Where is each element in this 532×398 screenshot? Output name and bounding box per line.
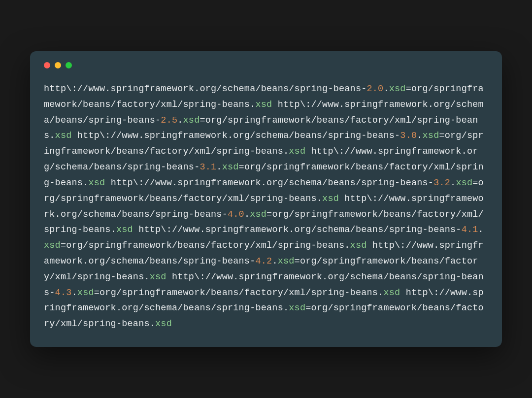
schema-version: 4.0	[228, 209, 244, 220]
schema-url-prefix: http\://www.springframework.org/schema/b…	[111, 178, 434, 188]
schema-version: 4.2	[255, 256, 272, 266]
dot: .	[244, 209, 250, 220]
xsd-ext: xsd	[155, 319, 172, 329]
xsd-ext: xsd	[77, 288, 94, 298]
xsd-ext: xsd	[55, 131, 72, 141]
xsd-ext: xsd	[383, 288, 400, 298]
maximize-icon[interactable]	[66, 62, 72, 68]
schema-version: 3.0	[400, 131, 417, 141]
schema-version: 4.1	[462, 225, 478, 235]
schema-url-prefix: http\://www.springframework.org/schema/b…	[44, 84, 367, 94]
xsd-ext: xsd	[44, 240, 61, 251]
code-window: http\://www.springframework.org/schema/b…	[30, 51, 502, 347]
dot: .	[417, 131, 422, 141]
schema-url-prefix: http\://www.springframework.org/schema/b…	[138, 225, 462, 235]
xsd-ext: xsd	[116, 225, 133, 235]
mapping-value: =org/springframework/beans/factory/xml/s…	[61, 240, 350, 251]
schema-url-prefix: http\://www.springframework.org/schema/b…	[77, 131, 400, 141]
schema-version: 3.2	[433, 178, 450, 188]
dot: .	[177, 115, 183, 126]
xsd-ext: xsd	[250, 209, 266, 220]
dot: .	[383, 84, 389, 94]
mapping-value: =org/springframework/beans/factory/xml/s…	[94, 288, 384, 298]
code-block: http\://www.springframework.org/schema/b…	[44, 81, 488, 332]
xsd-ext: xsd	[289, 303, 305, 313]
xsd-ext: xsd	[456, 178, 472, 188]
schema-version: 2.0	[367, 84, 384, 94]
xsd-ext: xsd	[88, 178, 105, 188]
schema-version: 4.3	[55, 288, 72, 298]
dot: .	[72, 288, 77, 298]
minimize-icon[interactable]	[55, 62, 61, 68]
dot: .	[216, 162, 222, 172]
xsd-ext: xsd	[322, 194, 339, 204]
schema-version: 3.1	[200, 162, 216, 172]
schema-version: 2.5	[161, 115, 177, 126]
xsd-ext: xsd	[289, 146, 305, 157]
dot: .	[478, 225, 484, 235]
close-icon[interactable]	[44, 62, 50, 68]
dot: .	[272, 256, 277, 266]
xsd-ext: xsd	[278, 256, 295, 266]
window-titlebar	[44, 62, 488, 68]
xsd-ext: xsd	[183, 115, 200, 126]
xsd-ext: xsd	[222, 162, 239, 172]
xsd-ext: xsd	[150, 272, 166, 282]
dot: .	[450, 178, 456, 188]
xsd-ext: xsd	[423, 131, 439, 141]
xsd-ext: xsd	[389, 84, 406, 94]
xsd-ext: xsd	[255, 100, 272, 110]
xsd-ext: xsd	[350, 240, 367, 251]
